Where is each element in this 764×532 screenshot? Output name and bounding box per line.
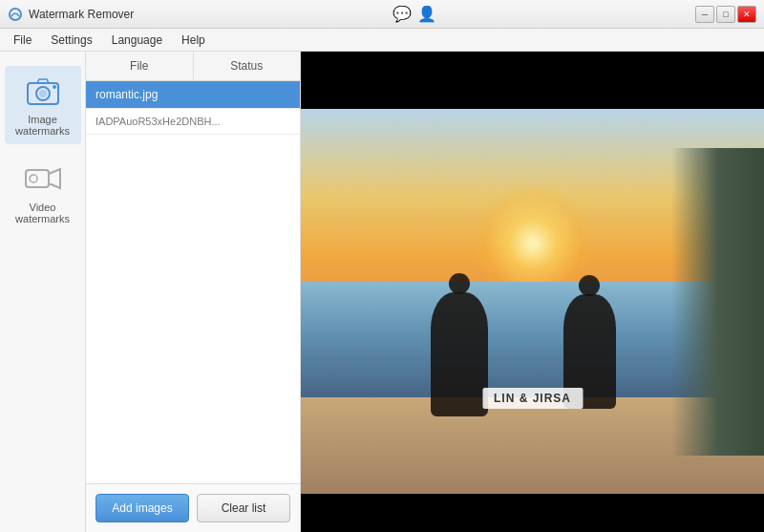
svg-point-0 (10, 9, 21, 20)
app-icon (8, 7, 23, 22)
file-panel: File Status romantic.jpg IADPAuoR53xHe2D… (86, 52, 301, 532)
video-watermarks-icon (24, 161, 62, 196)
tab-status[interactable]: Status (194, 52, 301, 80)
image-watermarks-label: Image watermarks (11, 114, 75, 137)
video-watermarks-label: Video watermarks (11, 202, 75, 224)
svg-point-7 (30, 175, 37, 182)
svg-point-4 (53, 85, 56, 89)
figure-left (431, 292, 488, 416)
black-top (301, 52, 764, 114)
svg-point-3 (39, 90, 47, 97)
title-right-icons: 💬 👤 (393, 5, 436, 23)
user-icon[interactable]: 👤 (417, 5, 436, 23)
chat-icon[interactable]: 💬 (393, 5, 412, 23)
preview-image: LIN & JIRSA (301, 52, 764, 532)
image-watermarks-icon (24, 74, 62, 108)
beach-scene: LIN & JIRSA (301, 109, 764, 493)
minimize-button[interactable]: ─ (695, 6, 714, 23)
title-bar: Watermark Remover 💬 👤 ─ □ ✕ (0, 0, 764, 29)
menu-bar: File Settings Language Help (0, 29, 764, 52)
menu-language[interactable]: Language (102, 31, 172, 50)
menu-help[interactable]: Help (172, 31, 215, 50)
maximize-button[interactable]: □ (716, 6, 735, 23)
add-images-button[interactable]: Add images (96, 494, 189, 522)
rock (671, 148, 764, 456)
close-button[interactable]: ✕ (737, 6, 756, 23)
title-bar-left: Watermark Remover (8, 7, 134, 22)
watermark-overlay: LIN & JIRSA (482, 388, 583, 409)
sidebar-item-video-watermarks[interactable]: Video watermarks (5, 154, 81, 232)
menu-file[interactable]: File (4, 31, 41, 50)
file-list: romantic.jpg IADPAuoR53xHe2DNBH... (86, 81, 300, 483)
app-title: Watermark Remover (29, 8, 134, 21)
menu-settings[interactable]: Settings (41, 31, 101, 50)
clear-list-button[interactable]: Clear list (197, 494, 290, 522)
file-panel-header: File Status (86, 52, 300, 81)
figure-body-left (431, 292, 488, 416)
window-controls: ─ □ ✕ (695, 6, 756, 23)
file-item-romantic[interactable]: romantic.jpg (86, 81, 300, 109)
black-bottom (301, 494, 764, 532)
main-layout: Image watermarks Video watermarks File S… (0, 52, 764, 532)
tab-file[interactable]: File (86, 52, 194, 80)
preview-panel: LIN & JIRSA (301, 52, 764, 532)
beach-photo: LIN & JIRSA (301, 52, 764, 532)
file-item-secondary[interactable]: IADPAuoR53xHe2DNBH... (86, 109, 300, 135)
sidebar: Image watermarks Video watermarks (0, 52, 86, 532)
svg-marker-6 (49, 169, 60, 188)
file-panel-footer: Add images Clear list (86, 483, 300, 532)
sidebar-item-image-watermarks[interactable]: Image watermarks (5, 66, 81, 144)
